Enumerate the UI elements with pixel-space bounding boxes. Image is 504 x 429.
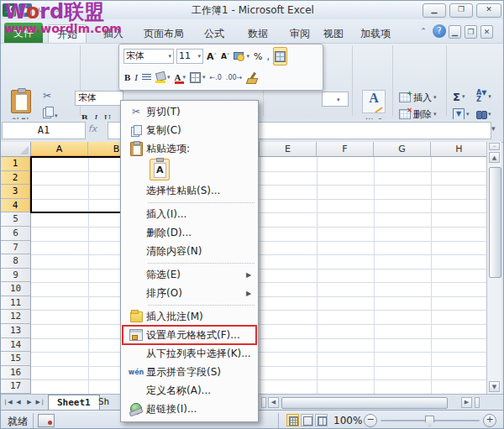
sort-filter-button[interactable]: A▼Z▾ <box>476 90 491 103</box>
context-menu-item-insert[interactable]: 插入(I)... <box>121 205 258 223</box>
select-all-corner[interactable] <box>1 142 31 157</box>
scroll-down-icon[interactable]: ▼ <box>489 381 500 392</box>
column-header-E[interactable]: E <box>260 142 317 157</box>
tab-insert[interactable]: 插入 <box>95 24 132 43</box>
context-menu-item-define-name[interactable]: 定义名称(A)... <box>121 381 258 400</box>
collapse-ribbon-icon[interactable]: ⌃ <box>417 25 429 37</box>
page-layout-view-button[interactable] <box>301 414 313 426</box>
autosum-button[interactable]: Σ▾ <box>453 90 465 103</box>
formula-bar-expand-icon[interactable]: ▾ <box>491 124 496 133</box>
workbook-restore-icon[interactable]: ❐ <box>465 25 477 39</box>
column-header-F[interactable]: F <box>317 142 374 157</box>
vsplit-handle[interactable]: – <box>489 143 500 150</box>
hscroll-thumb[interactable] <box>281 397 448 409</box>
row-header-5[interactable]: 5 <box>1 212 31 227</box>
row-header-12[interactable]: 12 <box>1 310 31 324</box>
close-button[interactable]: ✕ <box>476 3 501 18</box>
mini-borders-button[interactable]: ▾ <box>189 70 207 85</box>
tab-data[interactable]: 数据 <box>239 24 276 43</box>
column-header-G[interactable]: G <box>374 142 431 157</box>
comma-style-button[interactable]: , <box>265 49 270 64</box>
scroll-up-icon[interactable]: ▲ <box>489 152 500 163</box>
mini-bold-button[interactable]: B <box>123 70 131 85</box>
row-header-4[interactable]: 4 <box>1 199 31 213</box>
zoom-in-icon[interactable]: + <box>483 414 496 427</box>
mini-center-button[interactable] <box>141 70 152 85</box>
shrink-font-button[interactable]: Aˇ <box>220 49 230 64</box>
decrease-decimal-button[interactable]: ←.0 <box>209 70 223 85</box>
row-header-7[interactable]: 7 <box>1 241 31 255</box>
row-header-2[interactable]: 2 <box>1 171 31 186</box>
increase-decimal-button[interactable]: .00→ <box>225 70 243 85</box>
context-menu-item-sort[interactable]: 排序(O)▶ <box>121 284 258 302</box>
tab-home[interactable]: 开始 <box>48 24 87 44</box>
context-menu-item-copy[interactable]: 复制(C) <box>121 121 258 139</box>
vscroll-thumb[interactable] <box>489 167 501 278</box>
zoom-out-icon[interactable]: − <box>364 414 377 427</box>
context-menu-item-insert-comment[interactable]: 插入批注(M) <box>121 307 258 326</box>
context-menu-item-paste-options[interactable]: 粘贴选项: <box>121 139 258 158</box>
tab-review[interactable]: 审阅 <box>281 24 318 43</box>
grow-font-button[interactable]: Aˆ <box>206 49 218 64</box>
row-header-11[interactable]: 11 <box>1 296 31 311</box>
tab-file[interactable]: 文件 <box>4 23 43 43</box>
scroll-left-icon[interactable]: ◀ <box>268 397 279 408</box>
context-menu-item-show-phonetic[interactable]: wén显示拼音字段(S) <box>121 363 258 381</box>
last-sheet-icon[interactable]: ▶❘ <box>35 397 45 408</box>
mini-font-combo[interactable]: 宋体▾ <box>123 49 174 64</box>
row-header-6[interactable]: 6 <box>1 227 31 241</box>
mini-size-combo[interactable]: 11▾ <box>176 49 203 64</box>
copy-button[interactable]: ▾ <box>43 107 58 120</box>
vertical-scrollbar[interactable]: – ▲ ▼ <box>486 142 501 394</box>
page-break-view-button[interactable] <box>315 414 328 426</box>
first-sheet-icon[interactable]: ❘◀ <box>3 397 13 408</box>
minimize-button[interactable]: ▁ <box>423 3 446 18</box>
row-header-15[interactable]: 15 <box>1 352 31 366</box>
sheet-tab-sheet1[interactable]: Sheet1 <box>48 395 100 411</box>
column-header-A[interactable]: A <box>31 142 88 157</box>
name-box[interactable]: A1 <box>2 122 86 139</box>
mini-italic-button[interactable]: I <box>134 70 139 85</box>
column-header-H[interactable]: H <box>431 142 486 157</box>
restore-button[interactable]: ❐ <box>449 3 473 18</box>
zoom-slider-thumb[interactable] <box>425 416 434 426</box>
tab-addins[interactable]: 加载项 <box>352 24 399 43</box>
context-menu-item-paste-special[interactable]: 选择性粘贴(S)... <box>121 181 258 200</box>
row-header-17[interactable]: 17 <box>1 379 31 394</box>
row-header-10[interactable]: 10 <box>1 282 31 296</box>
mini-format-painter-button[interactable] <box>245 70 258 85</box>
accounting-format-button[interactable]: ▾ <box>233 49 250 64</box>
context-menu-item-hyperlink[interactable]: 超链接(I)... <box>121 400 258 418</box>
context-menu-item-cut[interactable]: ✂剪切(T) <box>121 102 258 121</box>
context-menu-item-filter[interactable]: 筛选(E)▶ <box>121 265 258 284</box>
workbook-close-icon[interactable]: ✕ <box>480 25 493 39</box>
context-menu-item-delete[interactable]: 删除(D)... <box>121 223 258 242</box>
paste-keep-text-button[interactable]: A <box>150 159 170 180</box>
next-sheet-icon[interactable]: ▶ <box>24 397 34 408</box>
number-format-combo[interactable]: ▾ <box>322 92 349 107</box>
normal-view-button[interactable] <box>286 414 299 426</box>
percent-style-button[interactable]: % <box>253 49 263 64</box>
row-header-1[interactable]: 1 <box>1 157 31 171</box>
fx-icon[interactable]: fx <box>88 123 97 134</box>
prev-sheet-icon[interactable]: ◀ <box>13 397 24 408</box>
insert-cells-button[interactable]: + 插入▾ <box>399 91 437 104</box>
hsplit-handle-right[interactable] <box>475 397 480 408</box>
merge-center-button[interactable] <box>273 47 287 65</box>
sheet-tab-sheet2[interactable]: Sh <box>95 395 113 410</box>
tab-formulas[interactable]: 公式 <box>196 24 233 43</box>
context-menu-item-pick-from-list[interactable]: 从下拉列表中选择(K)... <box>121 344 258 363</box>
help-icon[interactable]: ? <box>433 24 446 38</box>
hsplit-handle[interactable] <box>261 397 266 408</box>
row-header-3[interactable]: 3 <box>1 185 31 199</box>
cut-button[interactable]: ✂ <box>43 90 51 102</box>
scroll-right-icon[interactable]: ▶ <box>461 397 472 408</box>
row-header-13[interactable]: 13 <box>1 324 31 338</box>
row-header-9[interactable]: 9 <box>1 269 31 283</box>
tab-view[interactable]: 视图 <box>315 24 352 43</box>
mini-font-color-button[interactable]: A▾ <box>174 70 186 85</box>
mini-fill-color-button[interactable]: ▾ <box>155 70 171 85</box>
font-name-combo[interactable]: 宋体 <box>75 91 123 106</box>
macro-record-icon[interactable] <box>38 414 55 427</box>
workbook-minimize-icon[interactable]: ▁ <box>449 25 461 39</box>
